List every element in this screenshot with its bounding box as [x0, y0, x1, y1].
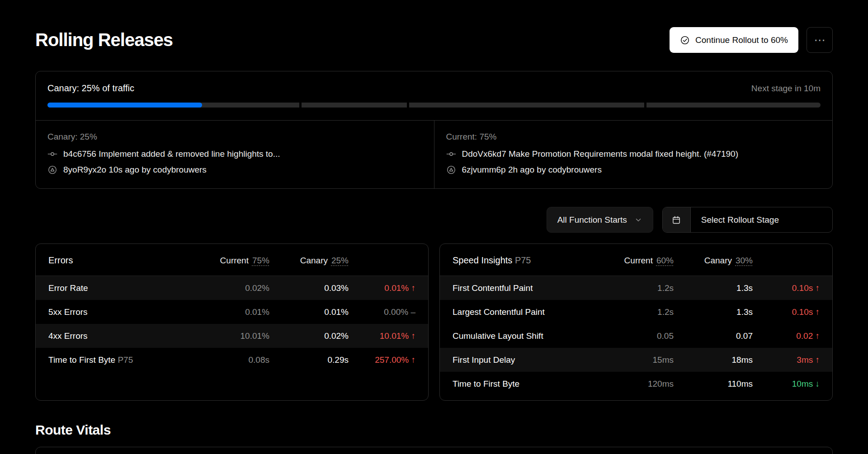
table-row: First Input Delay 15ms 18ms 3ms ↑: [440, 348, 832, 372]
current-value: 120ms: [606, 379, 674, 389]
current-value: 0.01%: [202, 307, 269, 317]
deployment-line: 8yoR9yx2o 10s ago by codybrouwers: [47, 165, 422, 175]
delta-value: 0.10s ↑: [753, 307, 820, 317]
deployment-columns: Canary: 25% b4c6756 Implement added & re…: [36, 120, 832, 188]
delta-value: 0.00% –: [349, 307, 415, 317]
current-value: 10.01%: [202, 331, 269, 341]
commit-line: b4c6756 Implement added & removed line h…: [47, 149, 422, 159]
canary-value: 0.29s: [269, 355, 349, 365]
table-row: Time to First Byte 120ms 110ms 10ms ↓: [440, 372, 832, 396]
canary-progress-section: Canary: 25% of traffic Next stage in 10m: [36, 71, 832, 120]
current-value: 1.2s: [606, 307, 674, 317]
deployment-icon: [446, 165, 456, 175]
current-value: 0.05: [606, 331, 674, 341]
continue-rollout-label: Continue Rollout to 60%: [695, 35, 788, 45]
canary-column-header[interactable]: Canary30%: [674, 256, 753, 266]
stage-marker: [299, 102, 302, 108]
metric-label: 5xx Errors: [48, 307, 202, 317]
commit-message: DdoVx6kd7 Make Promotion Requirements mo…: [462, 149, 739, 159]
canary-percent-label: Canary: 25%: [47, 132, 422, 142]
table-title: Errors: [48, 255, 202, 266]
speed-insights-table: Speed Insights P75 Current60% Canary30% …: [439, 243, 833, 401]
table-header: Speed Insights P75 Current60% Canary30%: [440, 244, 832, 276]
commit-message: b4c6756 Implement added & removed line h…: [63, 149, 280, 159]
metric-label: 4xx Errors: [48, 331, 202, 341]
filter-row: All Function Starts Select Rollout Stage: [35, 207, 833, 233]
current-column-header[interactable]: Current75%: [202, 256, 269, 266]
ellipsis-icon: ⋯: [814, 33, 826, 47]
calendar-icon: [663, 207, 691, 232]
canary-traffic-label: Canary: 25% of traffic: [47, 83, 134, 94]
canary-value: 1.3s: [674, 283, 753, 293]
canary-value: 18ms: [674, 355, 753, 365]
current-value: 15ms: [606, 355, 674, 365]
deployment-info: 6zjvumm6p 2h ago by codybrouwers: [462, 165, 602, 175]
delta-value: 0.01% ↑: [349, 283, 415, 293]
current-value: 0.02%: [202, 283, 269, 293]
metric-label: Time to First Byte P75: [48, 355, 202, 365]
continue-rollout-button[interactable]: Continue Rollout to 60%: [670, 27, 798, 53]
errors-table: Errors Current75% Canary25% Error Rate 0…: [35, 243, 429, 401]
route-search: [35, 447, 833, 454]
table-row: Cumulative Layout Shift 0.05 0.07 0.02 ↑: [440, 324, 832, 348]
table-row: 4xx Errors 10.01% 0.02% 10.01% ↑: [36, 324, 428, 348]
stage-marker: [407, 102, 409, 108]
current-value: 1.2s: [606, 283, 674, 293]
current-percent-label: Current: 75%: [446, 132, 821, 142]
commit-icon: [47, 149, 57, 159]
current-value: 0.08s: [202, 355, 269, 365]
rolling-releases-page: Rolling Releases Continue Rollout to 60%…: [0, 27, 868, 454]
delta-value: 0.02 ↑: [753, 331, 820, 341]
deployment-icon: [47, 165, 57, 175]
route-vitals-title: Route Vitals: [35, 422, 833, 438]
page-title: Rolling Releases: [35, 30, 173, 50]
commit-line: DdoVx6kd7 Make Promotion Requirements mo…: [446, 149, 821, 159]
delta-value: 10ms ↓: [753, 379, 820, 389]
canary-value: 110ms: [674, 379, 753, 389]
canary-progress-card: Canary: 25% of traffic Next stage in 10m…: [35, 71, 833, 189]
progress-track: [47, 103, 821, 108]
metric-label: Cumulative Layout Shift: [453, 331, 606, 341]
metric-label: First Input Delay: [453, 355, 606, 365]
current-column-header[interactable]: Current60%: [606, 256, 674, 266]
stage-marker: [644, 102, 646, 108]
delta-value: 0.10s ↑: [753, 283, 820, 293]
table-row: Error Rate 0.02% 0.03% 0.01% ↑: [36, 276, 428, 300]
table-row: 5xx Errors 0.01% 0.01% 0.00% –: [36, 300, 428, 324]
function-starts-dropdown[interactable]: All Function Starts: [547, 207, 653, 233]
more-button[interactable]: ⋯: [807, 27, 833, 53]
table-title: Speed Insights P75: [453, 255, 606, 266]
delta-value: 257.00% ↑: [349, 355, 415, 365]
rollout-stage-label: Select Rollout Stage: [691, 207, 832, 232]
table-row: First Contentful Paint 1.2s 1.3s 0.10s ↑: [440, 276, 832, 300]
progress-fill: [47, 103, 202, 108]
metric-tables: Errors Current75% Canary25% Error Rate 0…: [35, 243, 833, 401]
canary-value: 0.01%: [269, 307, 349, 317]
current-deployment-panel: Current: 75% DdoVx6kd7 Make Promotion Re…: [434, 121, 833, 188]
metric-label: Error Rate: [48, 283, 202, 293]
metric-label: Largest Contentful Paint: [453, 307, 606, 317]
table-header: Errors Current75% Canary25%: [36, 244, 428, 276]
delta-value: 3ms ↑: [753, 355, 820, 365]
page-header: Rolling Releases Continue Rollout to 60%…: [35, 27, 833, 53]
canary-value: 0.07: [674, 331, 753, 341]
chevron-down-icon: [634, 216, 642, 224]
canary-column-header[interactable]: Canary25%: [269, 256, 349, 266]
deployment-info: 8yoR9yx2o 10s ago by codybrouwers: [63, 165, 207, 175]
canary-value: 1.3s: [674, 307, 753, 317]
table-row: Time to First Byte P75 0.08s 0.29s 257.0…: [36, 348, 428, 372]
function-starts-label: All Function Starts: [557, 215, 627, 225]
header-actions: Continue Rollout to 60% ⋯: [670, 27, 833, 53]
deployment-line: 6zjvumm6p 2h ago by codybrouwers: [446, 165, 821, 175]
metric-label: First Contentful Paint: [453, 283, 606, 293]
metric-label: Time to First Byte: [453, 379, 606, 389]
table-row: Largest Contentful Paint 1.2s 1.3s 0.10s…: [440, 300, 832, 324]
delta-value: 10.01% ↑: [349, 331, 415, 341]
canary-value: 0.02%: [269, 331, 349, 341]
rollout-stage-select[interactable]: Select Rollout Stage: [662, 207, 833, 233]
next-stage-label: Next stage in 10m: [751, 84, 821, 94]
canary-value: 0.03%: [269, 283, 349, 293]
check-circle-icon: [680, 35, 690, 45]
commit-icon: [446, 149, 456, 159]
canary-deployment-panel: Canary: 25% b4c6756 Implement added & re…: [36, 121, 434, 188]
